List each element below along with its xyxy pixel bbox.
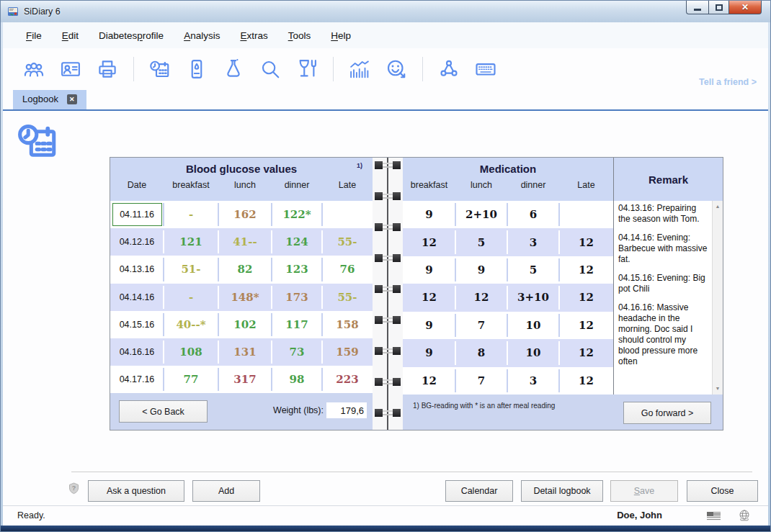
date-cell[interactable]: 04.11.16 xyxy=(110,201,164,228)
bg-value-cell[interactable]: 317 xyxy=(218,366,272,393)
med-value-cell[interactable]: 12 xyxy=(559,367,613,395)
menu-tools[interactable]: Tools xyxy=(281,27,318,44)
language-flag-icon[interactable] xyxy=(707,512,721,520)
tab-logbook[interactable]: Logbook ✕ xyxy=(13,89,86,109)
go-back-button[interactable]: < Go Back xyxy=(119,400,208,423)
med-value-cell[interactable]: 3 xyxy=(507,228,559,256)
bg-value-cell[interactable]: - xyxy=(164,284,218,311)
remark-text[interactable]: 04.13.16: Prepairing the season with Tom… xyxy=(614,201,712,395)
bg-value-cell[interactable]: 148* xyxy=(218,284,272,311)
menu-extras[interactable]: Extras xyxy=(233,27,275,44)
date-cell[interactable]: 04.16.16 xyxy=(110,338,164,366)
menu-edit[interactable]: Edit xyxy=(55,27,86,44)
ask-question-button[interactable]: Ask a question xyxy=(88,480,184,502)
med-value-cell[interactable]: 7 xyxy=(455,367,507,395)
bg-value-cell[interactable]: 162 xyxy=(218,201,272,228)
share-button[interactable] xyxy=(435,55,463,83)
bg-value-cell[interactable]: 82 xyxy=(218,256,272,283)
bg-value-cell[interactable]: 41-- xyxy=(218,228,272,256)
bg-value-cell[interactable]: 159 xyxy=(322,338,373,366)
close-button[interactable]: Close xyxy=(687,480,758,502)
med-value-cell[interactable]: 7 xyxy=(455,312,507,339)
med-value-cell[interactable]: 3 xyxy=(507,367,559,395)
logbook-button[interactable] xyxy=(146,55,174,83)
med-value-cell[interactable]: 8 xyxy=(455,339,507,366)
menu-file[interactable]: File xyxy=(19,27,49,44)
date-cell[interactable]: 04.14.16 xyxy=(110,284,164,311)
remark-scrollbar[interactable]: ▲ ▼ xyxy=(712,201,723,395)
med-value-cell[interactable]: 12 xyxy=(559,256,613,284)
wellness-button[interactable] xyxy=(383,55,410,83)
keyboard-button[interactable] xyxy=(472,55,499,83)
med-value-cell[interactable]: 12 xyxy=(403,228,455,256)
bg-value-cell[interactable]: 102 xyxy=(218,311,272,338)
menu-analysis[interactable]: Analysis xyxy=(177,27,227,44)
add-button[interactable]: Add xyxy=(192,480,260,502)
bg-value-cell[interactable]: 121 xyxy=(164,228,218,256)
menu-diabetesprofile[interactable]: Diabetesprofile xyxy=(92,27,171,44)
bg-value-cell[interactable]: 77 xyxy=(164,366,218,393)
detail-logbook-button[interactable]: Detail logbook xyxy=(521,480,603,502)
minimize-button[interactable] xyxy=(686,1,708,14)
med-value-cell[interactable] xyxy=(559,201,613,228)
bg-value-cell[interactable]: 73 xyxy=(272,338,322,366)
med-value-cell[interactable]: 9 xyxy=(403,201,455,228)
scroll-down-icon[interactable]: ▼ xyxy=(713,384,723,394)
med-value-cell[interactable]: 2+10 xyxy=(455,201,507,228)
med-value-cell[interactable]: 12 xyxy=(455,284,507,311)
med-value-cell[interactable]: 12 xyxy=(559,339,613,366)
patients-button[interactable] xyxy=(20,55,48,83)
scroll-up-icon[interactable]: ▲ xyxy=(713,202,723,212)
lab-values-button[interactable] xyxy=(220,55,247,83)
med-value-cell[interactable]: 9 xyxy=(403,339,455,366)
date-cell[interactable]: 04.17.16 xyxy=(110,366,164,393)
search-button[interactable] xyxy=(257,55,284,83)
med-value-cell[interactable]: 10 xyxy=(507,339,559,366)
menu-help[interactable]: Help xyxy=(324,27,358,44)
bg-value-cell[interactable]: 51- xyxy=(164,256,218,283)
med-value-cell[interactable]: 10 xyxy=(507,312,559,339)
bg-value-cell[interactable]: 124 xyxy=(272,228,322,256)
bg-value-cell[interactable]: 117 xyxy=(272,311,322,338)
bg-value-cell[interactable]: 173 xyxy=(272,284,322,311)
date-cell[interactable]: 04.12.16 xyxy=(110,228,164,256)
med-value-cell[interactable]: 12 xyxy=(559,312,613,339)
med-value-cell[interactable]: 6 xyxy=(507,201,559,228)
med-value-cell[interactable]: 9 xyxy=(455,256,507,284)
bg-value-cell[interactable]: 131 xyxy=(218,338,272,366)
tell-a-friend-link[interactable]: Tell a friend > xyxy=(699,77,757,87)
statistics-button[interactable] xyxy=(346,55,373,83)
date-cell[interactable]: 04.15.16 xyxy=(110,311,164,338)
bg-value-cell[interactable]: 76 xyxy=(322,256,373,283)
bg-value-cell[interactable]: 55- xyxy=(322,228,373,256)
bg-value-cell[interactable]: 108 xyxy=(164,338,218,366)
date-cell[interactable]: 04.13.16 xyxy=(110,256,164,283)
med-value-cell[interactable]: 12 xyxy=(403,367,455,395)
med-value-cell[interactable]: 12 xyxy=(559,228,613,256)
bg-value-cell[interactable]: - xyxy=(164,201,218,228)
save-button[interactable]: Save xyxy=(610,480,678,502)
bg-value-cell[interactable]: 158 xyxy=(322,311,373,338)
calendar-button[interactable]: Calendar xyxy=(445,480,513,502)
nutrition-button[interactable] xyxy=(293,55,321,83)
bg-value-cell[interactable]: 122* xyxy=(272,201,322,228)
med-value-cell[interactable]: 12 xyxy=(559,284,613,311)
globe-icon[interactable] xyxy=(738,509,751,525)
med-value-cell[interactable]: 12 xyxy=(403,284,455,311)
weight-input[interactable] xyxy=(326,402,367,418)
bg-value-cell[interactable] xyxy=(322,201,373,228)
profile-card-button[interactable] xyxy=(57,55,84,83)
print-button[interactable] xyxy=(94,55,121,83)
med-value-cell[interactable]: 9 xyxy=(403,256,455,284)
close-window-button[interactable]: ✕ xyxy=(729,1,762,14)
go-forward-button[interactable]: Go forward > xyxy=(623,402,711,424)
med-value-cell[interactable]: 5 xyxy=(455,228,507,256)
help-shield-icon[interactable]: ? xyxy=(68,482,79,497)
med-value-cell[interactable]: 5 xyxy=(507,256,559,284)
med-value-cell[interactable]: 9 xyxy=(403,312,455,339)
bg-value-cell[interactable]: 123 xyxy=(272,256,322,283)
bg-value-cell[interactable]: 40--* xyxy=(164,311,218,338)
bg-value-cell[interactable]: 98 xyxy=(272,366,322,393)
glucose-meter-button[interactable] xyxy=(183,55,210,83)
title-bar[interactable]: SiDiary 6 ✕ xyxy=(1,1,770,22)
